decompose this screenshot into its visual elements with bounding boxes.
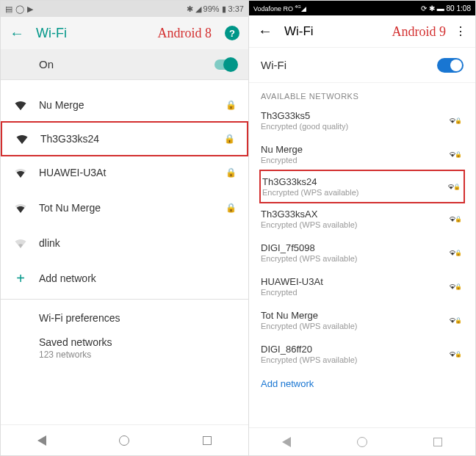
nav-home-icon[interactable] bbox=[119, 435, 129, 446]
lock-icon: 🔒 bbox=[455, 117, 462, 128]
wifi-signal-icon: 🔒 bbox=[449, 214, 464, 224]
network-row[interactable]: DIGI_7f5098 Encrypted (WPS available) 🔒 bbox=[249, 236, 475, 269]
wifi-signal-icon bbox=[12, 238, 29, 248]
wifi-signal-icon bbox=[12, 203, 29, 213]
network-subtitle: Encrypted (WPS available) bbox=[261, 220, 449, 229]
network-row[interactable]: Th3G33ks24 🔒 bbox=[1, 121, 248, 156]
network-list: Nu Merge 🔒 Th3G33ks24 🔒 HUAWEI-U3At 🔒 To… bbox=[1, 80, 248, 424]
network-name: Nu Merge bbox=[261, 144, 449, 155]
clock: 3:37 bbox=[228, 4, 244, 13]
wifi-master-toggle-row[interactable]: On bbox=[1, 49, 248, 80]
nav-back-icon[interactable] bbox=[37, 435, 46, 446]
notification-icon: ▤ bbox=[5, 4, 12, 14]
add-network-row[interactable]: + Add network bbox=[1, 261, 248, 296]
network-subtitle: Encrypted (good quality) bbox=[261, 122, 449, 131]
network-name: Tot Nu Merge bbox=[261, 310, 449, 321]
network-row[interactable]: dlink bbox=[1, 225, 248, 261]
network-row[interactable]: Nu Merge Encrypted 🔒 bbox=[249, 137, 475, 171]
help-icon[interactable]: ? bbox=[225, 26, 239, 40]
wifi-preferences-row[interactable]: Wi-Fi preferences bbox=[1, 303, 248, 333]
battery-icon: ▮ bbox=[222, 4, 226, 14]
nav-recent-icon[interactable] bbox=[433, 438, 442, 446]
battery-pct: 99% bbox=[203, 4, 220, 13]
divider bbox=[1, 299, 248, 300]
network-row[interactable]: Th3G33ks5 Encrypted (good quality) 🔒 bbox=[249, 104, 475, 137]
network-name: Tot Nu Merge bbox=[39, 202, 226, 214]
network-name: HUAWEI-U3At bbox=[261, 276, 449, 287]
signal-icon: ◢ bbox=[195, 4, 201, 14]
saved-networks-row[interactable]: Saved networks 123 networks bbox=[1, 333, 248, 360]
network-name: HUAWEI-U3At bbox=[39, 167, 226, 178]
network-subtitle: Encrypted bbox=[261, 156, 449, 164]
network-subtitle: Encrypted (WPS available) bbox=[261, 322, 449, 330]
page-title: Wi-Fi bbox=[284, 24, 314, 39]
wifi-toggle-switch[interactable] bbox=[437, 58, 464, 73]
battery-icon: ▬ 80 bbox=[437, 4, 455, 12]
lock-icon: 🔒 bbox=[455, 317, 462, 327]
network-name: DIGI_86ff20 bbox=[261, 344, 449, 355]
wifi-signal-icon: 🔒 bbox=[447, 181, 462, 192]
wifi-toggle-switch[interactable] bbox=[214, 59, 237, 70]
lock-icon: 🔒 bbox=[455, 250, 462, 260]
network-row[interactable]: Th3G33ksAX Encrypted (WPS available) 🔒 bbox=[249, 202, 475, 236]
network-subtitle: Encrypted bbox=[261, 288, 449, 297]
add-network-label: Add network bbox=[39, 272, 96, 284]
status-icons-right: ⟳ ✱ ▬ 80 1:08 bbox=[421, 4, 471, 12]
wifi-signal-icon: 🔒 bbox=[449, 247, 464, 258]
network-list: Th3G33ks5 Encrypted (good quality) 🔒 Nu … bbox=[249, 104, 475, 427]
back-arrow-icon[interactable]: ← bbox=[258, 23, 273, 40]
status-icons-right: ✱ ◢ 99% ▮ 3:37 bbox=[187, 4, 244, 14]
network-name: dlink bbox=[39, 237, 237, 249]
network-row[interactable]: HUAWEI-U3At Encrypted 🔒 bbox=[249, 269, 475, 303]
nav-home-icon[interactable] bbox=[357, 437, 367, 447]
network-row[interactable]: Th3G33ks24 Encrypted (WPS available) 🔒 bbox=[259, 170, 465, 203]
phone-android-9: Vodafone RO 4G◢ ⟳ ✱ ▬ 80 1:08 ← Wi-Fi An… bbox=[249, 1, 475, 455]
wifi-signal-icon: 🔒 bbox=[449, 315, 464, 325]
version-badge: Android 9 bbox=[392, 24, 447, 40]
page-title: Wi-Fi bbox=[36, 26, 67, 41]
network-subtitle: Encrypted (WPS available) bbox=[261, 254, 449, 263]
network-row[interactable]: HUAWEI-U3At 🔒 bbox=[1, 155, 248, 190]
network-row[interactable]: Tot Nu Merge 🔒 bbox=[1, 190, 248, 225]
wifi-master-toggle-row[interactable]: Wi-Fi bbox=[249, 48, 475, 83]
back-arrow-icon[interactable]: ← bbox=[10, 25, 24, 42]
wifi-signal-icon: 🔒 bbox=[449, 349, 464, 359]
lock-icon: 🔒 bbox=[455, 351, 462, 361]
nav-back-icon[interactable] bbox=[282, 437, 291, 447]
network-subtitle: Encrypted (WPS available) bbox=[262, 188, 447, 197]
nav-recent-icon[interactable] bbox=[203, 436, 212, 445]
wifi-signal-icon: 🔒 bbox=[449, 149, 464, 159]
lock-icon: 🔒 bbox=[226, 167, 237, 178]
toggle-label: On bbox=[39, 58, 54, 70]
network-name: DIGI_7f5098 bbox=[261, 242, 449, 253]
comparison-container: ▤ ◯ ▶ ✱ ◢ 99% ▮ 3:37 ← Wi-Fi Android 8 ?… bbox=[0, 0, 476, 456]
lock-icon: 🔒 bbox=[455, 151, 462, 162]
wifi-signal-icon bbox=[12, 100, 29, 110]
network-name: Th3G33ks5 bbox=[261, 110, 449, 121]
network-row[interactable]: Nu Merge 🔒 bbox=[1, 87, 248, 123]
app-header: ← Wi-Fi Android 9 ⋮ bbox=[249, 15, 475, 48]
network-name: Th3G33ksAX bbox=[261, 209, 449, 220]
wifi-signal-icon: 🔒 bbox=[449, 281, 464, 292]
network-row[interactable]: Tot Nu Merge Encrypted (WPS available) 🔒 bbox=[249, 303, 475, 337]
wifi-signal-icon bbox=[12, 167, 29, 178]
chrome-icon: ◯ bbox=[15, 4, 24, 14]
saved-networks-subtitle: 123 networks bbox=[39, 350, 237, 360]
nfc-icon: ⟳ bbox=[421, 4, 427, 12]
play-icon: ▶ bbox=[27, 4, 33, 14]
add-network-row[interactable]: Add network bbox=[249, 371, 475, 397]
lock-icon: 🔒 bbox=[455, 216, 462, 226]
lock-icon: 🔒 bbox=[453, 184, 461, 194]
lock-icon: 🔒 bbox=[224, 134, 235, 144]
network-name: Nu Merge bbox=[39, 99, 226, 111]
network-row[interactable]: DIGI_86ff20 Encrypted (WPS available) 🔒 bbox=[249, 337, 475, 371]
version-badge: Android 8 bbox=[158, 26, 212, 41]
section-header: AVAILABLE NETWORKS bbox=[249, 83, 475, 104]
app-header: ← Wi-Fi Android 8 ? bbox=[1, 17, 248, 49]
bluetooth-icon: ✱ bbox=[429, 4, 435, 12]
nav-bar bbox=[249, 427, 475, 455]
toggle-label: Wi-Fi bbox=[261, 59, 286, 71]
lock-icon: 🔒 bbox=[455, 283, 462, 294]
carrier-label: Vodafone RO 4G◢ bbox=[253, 4, 306, 12]
overflow-menu-icon[interactable]: ⋮ bbox=[455, 24, 466, 38]
